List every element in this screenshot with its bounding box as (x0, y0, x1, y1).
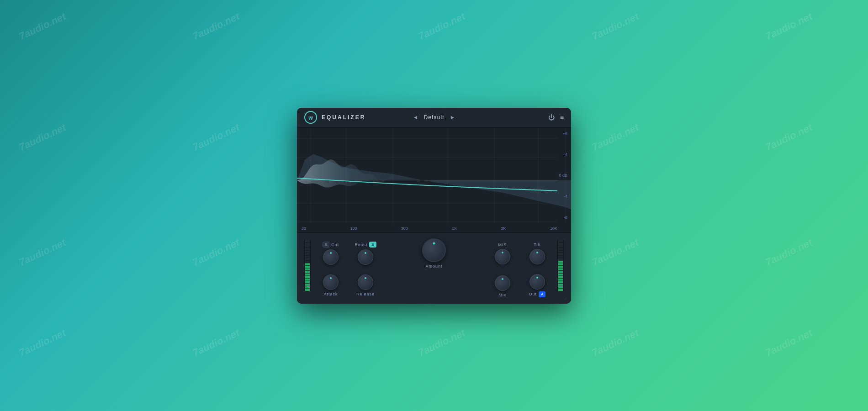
vu-meter-right-container (557, 240, 564, 295)
power-icon[interactable]: ⏻ (548, 114, 555, 121)
watermark: 7audio.net (17, 327, 68, 359)
menu-icon[interactable]: ≡ (560, 114, 564, 121)
watermark: 7audio.net (764, 11, 815, 42)
watermark: 7audio.net (590, 327, 641, 359)
ms-knob[interactable] (495, 249, 510, 264)
controls-main: S Cut Boost S (315, 238, 553, 297)
freq-3k: 3K (501, 226, 506, 231)
freq-10k: 10K (550, 226, 557, 231)
watermark: 7audio.net (191, 121, 242, 153)
freq-100: 100 (350, 226, 357, 231)
amount-knob[interactable] (422, 238, 446, 262)
freq-1k: 1K (452, 226, 457, 231)
eq-freq-labels: 30 100 300 1K 3K 10K (302, 226, 557, 231)
db-label-zero: 0 dB (559, 173, 567, 178)
watermark: 7audio.net (417, 11, 467, 42)
watermark: 7audio.net (590, 11, 641, 42)
cut-label-row: S Cut (323, 242, 339, 248)
watermark: 7audio.net (191, 237, 242, 269)
amount-label: Amount (425, 264, 442, 269)
freq-30: 30 (302, 226, 306, 231)
top-controls-row: S Cut Boost S (315, 238, 553, 269)
controls-section: S Cut Boost S (297, 233, 571, 304)
bottom-controls-row: Attack Release (315, 274, 553, 297)
ms-label: M/S (498, 242, 507, 247)
tilt-control: Tilt (524, 242, 551, 264)
watermark: 7audio.net (17, 121, 68, 153)
release-knob[interactable] (358, 274, 373, 290)
tilt-knob[interactable] (529, 249, 545, 264)
release-control: Release (352, 274, 379, 296)
out-badge[interactable]: A (539, 291, 545, 297)
attack-label: Attack (323, 292, 338, 296)
header-right: ⏻ ≡ (548, 114, 564, 121)
next-preset-button[interactable]: ► (450, 114, 455, 121)
freq-300: 300 (401, 226, 408, 231)
watermark: 7audio.net (764, 327, 815, 359)
attack-knob[interactable] (323, 274, 339, 290)
boost-control: Boost S (352, 242, 379, 265)
cut-control: S Cut (317, 242, 344, 265)
mix-knob[interactable] (495, 275, 510, 291)
out-knob[interactable] (529, 274, 545, 290)
boost-label: Boost (355, 242, 367, 247)
boost-toggle[interactable]: S (369, 242, 376, 248)
resize-handle[interactable]: ⟋ (563, 295, 568, 302)
cut-toggle[interactable]: S (323, 242, 329, 248)
mix-control: Mix (489, 275, 516, 297)
mix-label: Mix (499, 293, 507, 297)
watermark: 7audio.net (17, 237, 68, 269)
preset-nav: ◄ Default ► (413, 114, 455, 121)
cut-knob[interactable] (323, 249, 339, 265)
vu-meter-left-container (304, 240, 311, 295)
watermark: 7audio.net (191, 327, 242, 359)
db-label-plus8: +8 (563, 132, 567, 136)
boost-knob[interactable] (358, 249, 373, 265)
watermark: 7audio.net (764, 121, 815, 153)
ms-control: M/S (489, 242, 516, 264)
amount-control: Amount (422, 238, 446, 269)
watermark: 7audio.net (417, 327, 467, 359)
preset-name: Default (423, 114, 444, 121)
watermark: 7audio.net (590, 121, 641, 153)
watermark: 7audio.net (764, 237, 815, 269)
boost-label-row: Boost S (355, 242, 376, 248)
vu-meter-right (557, 240, 564, 291)
tilt-label: Tilt (534, 242, 541, 247)
db-label-minus4: -4 (564, 194, 567, 199)
eq-canvas (297, 128, 571, 232)
attack-release-group: Attack Release (317, 274, 379, 296)
cut-label: Cut (331, 242, 339, 247)
prev-preset-button[interactable]: ◄ (413, 114, 418, 121)
watermark: 7audio.net (590, 237, 641, 269)
db-label-plus4: +4 (563, 152, 567, 157)
logo: w (304, 111, 317, 124)
eq-display: +8 +4 0 dB -4 -8 30 100 300 1K 3K 10K (297, 128, 571, 233)
mix-out-group: Mix Out A (489, 274, 551, 297)
out-label-row: Out A (529, 291, 546, 297)
cut-boost-group: S Cut Boost S (317, 242, 379, 265)
release-label: Release (356, 292, 375, 296)
watermark: 7audio.net (191, 11, 242, 42)
out-label: Out (529, 292, 537, 296)
eq-db-labels: +8 +4 0 dB -4 -8 (559, 128, 567, 223)
ms-tilt-group: M/S Tilt (489, 242, 551, 264)
attack-control: Attack (317, 274, 344, 296)
plugin-window: w EQUALIZER ◄ Default ► ⏻ ≡ +8 +4 0 dB -… (297, 108, 571, 304)
header: w EQUALIZER ◄ Default ► ⏻ ≡ (297, 108, 571, 128)
watermark: 7audio.net (17, 11, 68, 42)
db-label-minus8: -8 (564, 215, 567, 220)
out-control: Out A (524, 274, 551, 297)
vu-meter-left (304, 240, 311, 291)
